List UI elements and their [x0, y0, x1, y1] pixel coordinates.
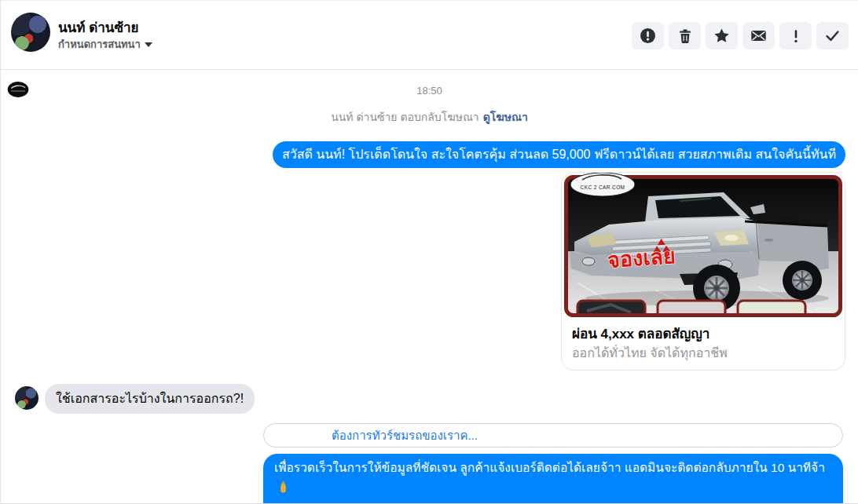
listing-attachment-card[interactable]: K013 CKC 2 CAR.COM จองเลย ผ่อน 4,xxx ตลอ…: [561, 172, 845, 371]
header-action-bar: [632, 22, 849, 49]
chevron-down-icon: [145, 42, 152, 47]
envelope-icon: [750, 27, 767, 44]
folded-hands-emoji: [277, 480, 290, 499]
star-icon: [713, 27, 730, 44]
conversation-header: นนท์ ด่านซ้าย กำหนดการสนทนา: [1, 1, 858, 70]
report-button[interactable]: [632, 22, 664, 49]
exclamation-icon: [788, 28, 804, 44]
mark-done-button[interactable]: [816, 22, 849, 49]
mark-unread-button[interactable]: [742, 22, 775, 49]
message-timestamp: 18:50: [1, 85, 858, 97]
svg-text:จองเลย: จองเลย: [607, 244, 676, 272]
attachment-title: ผ่อน 4,xxx ตลอดสัญญา: [572, 326, 834, 343]
star-button[interactable]: [706, 22, 738, 49]
trash-icon: [677, 28, 693, 44]
exclamation-circle-icon: [640, 27, 656, 44]
mark-important-button[interactable]: [779, 22, 812, 49]
quick-reply-label: ต้องการทัวร์ชมรถของเราค...: [264, 424, 842, 447]
stock-code-label: K013: [815, 305, 832, 313]
contact-name: นนท์ ด่านซ้าย: [58, 16, 138, 38]
delete-button[interactable]: [669, 22, 701, 49]
customer-avatar[interactable]: [15, 386, 38, 410]
conversation-schedule-label: กำหนดการสนทนา: [58, 36, 141, 53]
quick-reply-pill[interactable]: ต้องการทัวร์ชมรถของเราค...: [263, 423, 843, 447]
view-ad-link[interactable]: ดูโฆษณา: [483, 111, 528, 123]
truck-photo: K013 CKC 2 CAR.COM จองเลย: [562, 173, 845, 320]
promo-sticker: จองเลย: [607, 244, 676, 272]
svg-text:CKC 2 CAR.COM: CKC 2 CAR.COM: [581, 184, 625, 190]
ad-reply-meta: นนท์ ด่านซ้าย ตอบกลับโฆษณาดูโฆษณา: [1, 108, 858, 126]
contact-avatar[interactable]: [11, 13, 50, 52]
check-icon: [824, 27, 841, 44]
outgoing-auto-reply-bubble: เพื่อรวดเร็วในการให้ข้อมูลที่ชัดเจน ลูกค…: [263, 454, 843, 504]
dealer-logo: CKC 2 CAR.COM: [570, 173, 635, 196]
conversation-schedule-dropdown[interactable]: กำหนดการสนทนา: [58, 36, 152, 53]
outgoing-greeting-bubble: สวัสดี นนท์! โปรเด็ดโดนใจ สะใจโคตรคุ้ม ส…: [273, 141, 845, 168]
attachment-text: ผ่อน 4,xxx ตลอดสัญญา ออกได้ทั่วไทย จัดได…: [562, 320, 845, 370]
attachment-subtitle: ออกได้ทั่วไทย จัดได้ทุกอาชีพ: [572, 345, 834, 361]
ad-reply-text: นนท์ ด่านซ้าย ตอบกลับโฆษณา: [331, 111, 479, 123]
incoming-question-bubble: ใช้เอกสารอะไรบ้างในการออกรถ?!: [45, 384, 255, 414]
auto-reply-text: เพื่อรวดเร็วในการให้ข้อมูลที่ชัดเจน ลูกค…: [274, 461, 825, 474]
messenger-conversation-window: นนท์ ด่านซ้าย กำหนดการสนทนา: [0, 0, 858, 504]
